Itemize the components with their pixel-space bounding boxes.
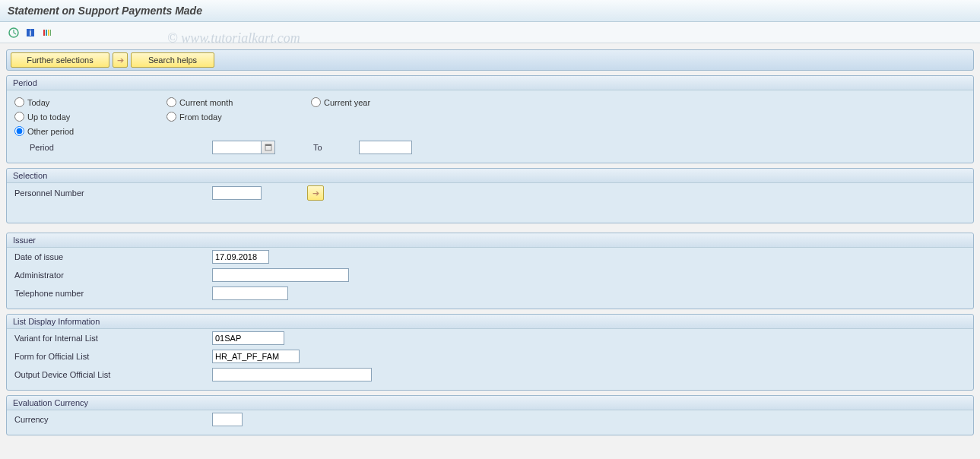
content-area: Further selections ➔ Search helps Period…	[0, 43, 980, 442]
radio-up-to-today-label: Up to today	[27, 112, 70, 122]
eval-currency-group: Evaluation Currency Currency	[6, 395, 974, 435]
variant-internal-input[interactable]	[212, 331, 284, 345]
multiple-selection-button[interactable]: ➔	[307, 185, 324, 201]
issuer-group: Issuer Date of issue Administrator Telep…	[6, 233, 974, 309]
radio-today-label: Today	[27, 98, 49, 107]
execute-icon[interactable]	[8, 27, 20, 39]
personnel-number-label: Personnel Number	[14, 188, 212, 198]
svg-rect-4	[46, 30, 47, 36]
radio-other-period[interactable]	[14, 126, 24, 136]
search-helps-arrow-button[interactable]: ➔	[113, 52, 128, 68]
list-display-title: List Display Information	[7, 315, 973, 329]
period-group: Period Today Current month Current year …	[6, 75, 974, 163]
output-device-label: Output Device Official List	[14, 370, 212, 379]
radio-from-today[interactable]	[167, 112, 176, 122]
title-bar: Statement on Support Payments Made	[0, 0, 980, 22]
issuer-title: Issuer	[7, 233, 973, 248]
date-of-issue-label: Date of issue	[14, 252, 212, 261]
selection-title: Selection	[7, 169, 973, 183]
information-icon[interactable]: i	[24, 27, 36, 39]
period-from-input[interactable]	[212, 141, 262, 154]
selection-button-row: Further selections ➔ Search helps	[6, 49, 974, 71]
svg-rect-5	[48, 30, 49, 36]
radio-current-month-label: Current month	[179, 98, 233, 107]
period-to-label: To	[313, 143, 359, 152]
telephone-label: Telephone number	[14, 289, 212, 298]
radio-current-month[interactable]	[167, 97, 176, 107]
form-official-input[interactable]	[212, 350, 300, 363]
output-device-input[interactable]	[212, 368, 372, 381]
svg-rect-3	[43, 30, 45, 36]
radio-from-today-label: From today	[179, 112, 222, 122]
currency-input[interactable]	[212, 413, 243, 426]
telephone-input[interactable]	[212, 286, 288, 300]
page-title: Statement on Support Payments Made	[8, 5, 972, 17]
svg-rect-6	[50, 30, 51, 36]
radio-other-period-label: Other period	[27, 127, 74, 136]
date-of-issue-input[interactable]	[212, 250, 269, 264]
arrow-right-icon: ➔	[312, 188, 319, 198]
administrator-input[interactable]	[212, 268, 349, 282]
period-label: Period	[14, 143, 212, 152]
administrator-label: Administrator	[14, 271, 212, 280]
selection-group: Selection Personnel Number ➔	[6, 168, 974, 223]
further-selections-button[interactable]: Further selections	[11, 52, 109, 68]
variant-internal-label: Variant for Internal List	[14, 334, 212, 343]
svg-rect-8	[265, 144, 271, 146]
app-toolbar: i	[0, 22, 980, 43]
period-title: Period	[7, 76, 973, 90]
radio-current-year[interactable]	[311, 97, 321, 107]
eval-currency-title: Evaluation Currency	[7, 396, 973, 410]
radio-today[interactable]	[14, 97, 24, 107]
currency-label: Currency	[14, 415, 212, 424]
search-helps-button[interactable]: Search helps	[131, 52, 214, 68]
period-to-input[interactable]	[359, 141, 412, 154]
arrow-right-icon: ➔	[117, 55, 124, 65]
radio-current-year-label: Current year	[324, 98, 370, 107]
radio-up-to-today[interactable]	[14, 112, 24, 122]
list-display-group: List Display Information Variant for Int…	[6, 314, 974, 391]
period-from-f4-icon[interactable]	[262, 141, 275, 154]
variant-icon[interactable]	[41, 27, 53, 39]
svg-text:i: i	[30, 29, 32, 37]
personnel-number-input[interactable]	[212, 186, 262, 200]
form-official-label: Form for Official List	[14, 352, 212, 361]
